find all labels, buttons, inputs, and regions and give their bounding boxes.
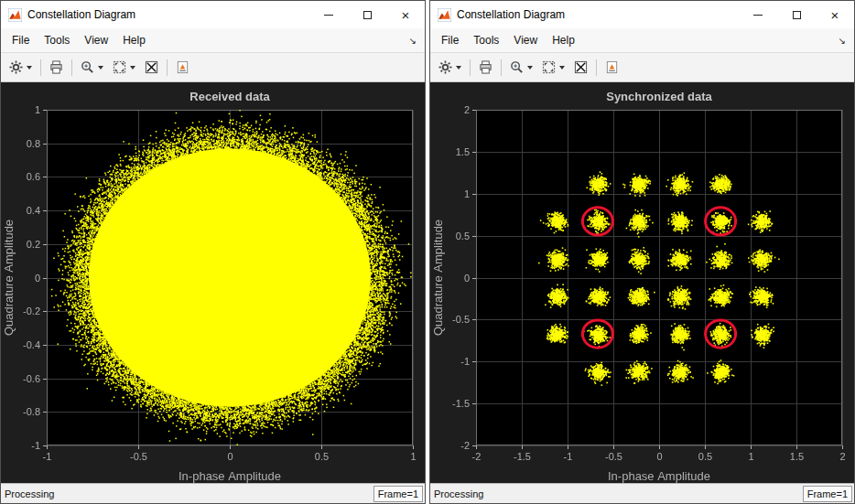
status-text: Processing	[434, 488, 483, 499]
settings-button[interactable]	[5, 57, 37, 78]
constellation-diagram-window-received: Constellation Diagram × File Tools View …	[0, 0, 426, 504]
dropdown-caret-icon[interactable]	[130, 66, 135, 70]
minimize-button[interactable]	[309, 1, 348, 28]
menu-help[interactable]: Help	[545, 31, 582, 49]
zoom-button[interactable]	[505, 57, 537, 78]
constellation-icon	[574, 60, 588, 74]
status-text: Processing	[5, 488, 54, 499]
magnifier-icon	[510, 60, 524, 74]
print-button[interactable]	[474, 57, 497, 78]
gear-icon	[438, 60, 452, 74]
menu-tools[interactable]: Tools	[466, 31, 506, 49]
toolbar-separator	[167, 59, 168, 76]
menu-view[interactable]: View	[506, 31, 545, 49]
menu-tools[interactable]: Tools	[37, 31, 77, 49]
constellation-icon	[145, 60, 158, 74]
toolbar-separator	[40, 59, 41, 76]
toolbar-separator	[71, 59, 72, 76]
gear-icon	[9, 60, 23, 74]
measurements-icon	[176, 60, 189, 74]
measurements-button[interactable]	[171, 57, 194, 78]
menu-view[interactable]: View	[77, 31, 115, 49]
printer-icon	[49, 60, 63, 74]
measurements-icon	[605, 60, 619, 74]
menu-corner-arrow-icon[interactable]: ↘	[409, 36, 421, 46]
dropdown-caret-icon[interactable]	[527, 66, 533, 70]
menu-file[interactable]: File	[5, 31, 37, 49]
toolbar	[430, 53, 854, 82]
menu-corner-arrow-icon[interactable]: ↘	[839, 36, 850, 46]
matlab-app-icon	[8, 8, 22, 22]
close-button[interactable]: ×	[386, 1, 425, 28]
titlebar[interactable]: Constellation Diagram ×	[1, 1, 425, 28]
scale-axes-button[interactable]	[108, 57, 140, 78]
minimize-icon	[324, 15, 333, 16]
toolbar-separator	[501, 59, 502, 76]
constellation-diagram-window-synchronized: Constellation Diagram × File Tools View …	[429, 0, 855, 504]
scale-to-fit-icon	[113, 60, 126, 74]
plot-area	[1, 82, 425, 483]
dropdown-caret-icon[interactable]	[98, 66, 103, 70]
window-title: Constellation Diagram	[457, 8, 565, 21]
scale-axes-button[interactable]	[537, 57, 569, 78]
toolbar-separator	[470, 59, 471, 76]
maximize-button[interactable]	[777, 1, 816, 28]
printer-icon	[479, 60, 492, 74]
plot-area	[430, 82, 854, 483]
toolbar	[1, 53, 425, 82]
received-data-plot[interactable]	[1, 82, 425, 483]
print-button[interactable]	[45, 57, 68, 78]
dropdown-caret-icon[interactable]	[456, 66, 461, 70]
close-button[interactable]: ×	[816, 1, 854, 28]
matlab-app-icon	[438, 8, 451, 22]
dropdown-caret-icon[interactable]	[27, 66, 32, 70]
frame-counter: Frame=1	[803, 486, 852, 502]
constellation-properties-button[interactable]	[569, 57, 592, 78]
menu-help[interactable]: Help	[115, 31, 153, 49]
scale-to-fit-icon	[542, 60, 556, 74]
minimize-button[interactable]	[739, 1, 777, 28]
titlebar[interactable]: Constellation Diagram ×	[430, 1, 854, 28]
settings-button[interactable]	[434, 57, 466, 78]
maximize-button[interactable]	[348, 1, 386, 28]
statusbar: Processing Frame=1	[1, 483, 425, 503]
frame-counter: Frame=1	[373, 486, 423, 502]
statusbar: Processing Frame=1	[430, 483, 854, 503]
minimize-icon	[753, 15, 763, 16]
magnifier-icon	[81, 60, 94, 74]
menubar: File Tools View Help ↘	[1, 28, 425, 53]
constellation-properties-button[interactable]	[140, 57, 163, 78]
menubar: File Tools View Help ↘	[430, 28, 854, 53]
zoom-button[interactable]	[76, 57, 108, 78]
menu-file[interactable]: File	[434, 31, 466, 49]
synchronized-data-plot[interactable]	[430, 82, 854, 483]
dropdown-caret-icon[interactable]	[559, 66, 565, 70]
measurements-button[interactable]	[601, 57, 623, 78]
maximize-icon	[793, 11, 801, 19]
maximize-icon	[363, 11, 372, 19]
window-title: Constellation Diagram	[27, 8, 135, 21]
toolbar-separator	[596, 59, 597, 76]
